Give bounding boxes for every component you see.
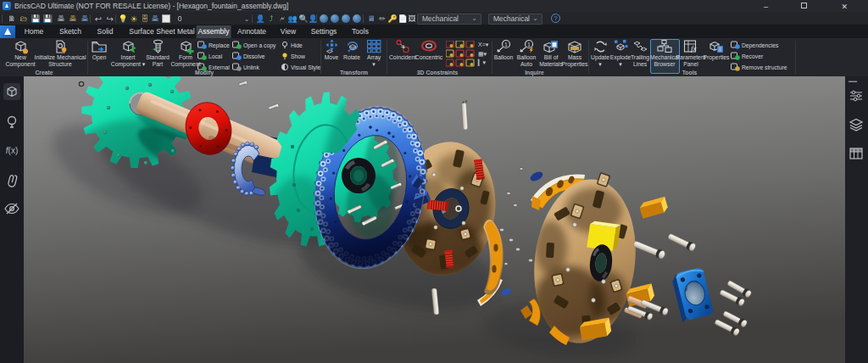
svg-text:1: 1 xyxy=(504,42,508,47)
svg-text:1: 1 xyxy=(527,42,531,47)
svg-text:fx: fx xyxy=(691,44,697,53)
